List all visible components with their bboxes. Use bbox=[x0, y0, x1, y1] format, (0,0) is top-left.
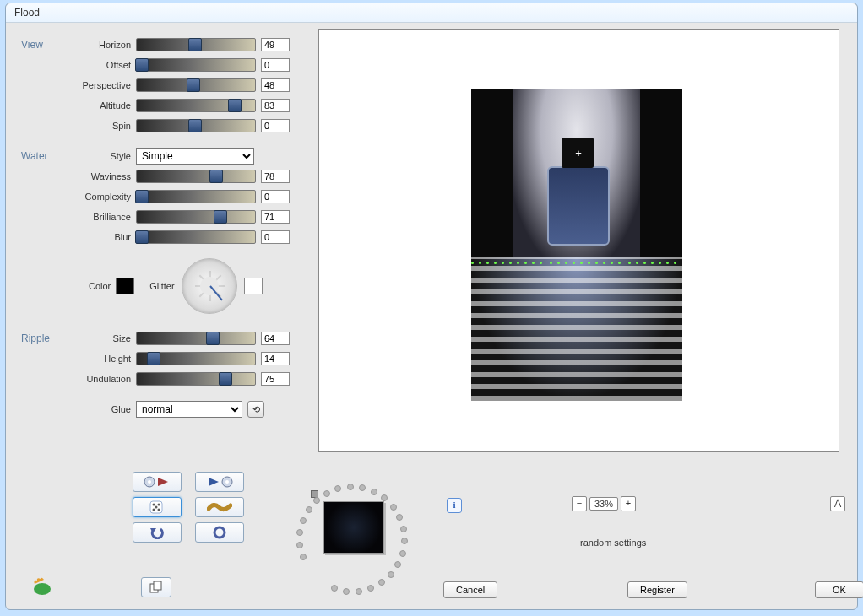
register-button[interactable]: Register bbox=[627, 581, 687, 598]
height-thumb[interactable] bbox=[147, 352, 160, 365]
preview-image: + bbox=[471, 89, 682, 401]
spin-slider[interactable] bbox=[136, 119, 256, 132]
preset-dot[interactable] bbox=[378, 579, 385, 586]
wave-preset-button[interactable] bbox=[195, 497, 244, 517]
dice-random-button[interactable] bbox=[133, 497, 182, 517]
glitter-swatch[interactable] bbox=[244, 278, 263, 294]
preset-dot[interactable] bbox=[399, 550, 406, 557]
zoom-out-button[interactable]: − bbox=[572, 496, 587, 511]
horizon-guide[interactable] bbox=[471, 256, 682, 259]
preset-dot[interactable] bbox=[388, 571, 394, 578]
preset-dot[interactable] bbox=[343, 588, 350, 595]
waviness-label: Waviness bbox=[21, 171, 136, 181]
size-value[interactable] bbox=[261, 332, 290, 345]
spin-thumb[interactable] bbox=[188, 119, 202, 132]
ok-button[interactable]: OK bbox=[815, 581, 863, 598]
complexity-thumb[interactable] bbox=[135, 190, 149, 203]
horizon-slider[interactable] bbox=[136, 38, 256, 51]
brilliance-slider[interactable] bbox=[136, 210, 256, 224]
title-bar: Flood bbox=[6, 3, 857, 23]
preset-dot[interactable] bbox=[296, 542, 303, 548]
disc-play-button[interactable] bbox=[133, 472, 182, 492]
altitude-slider[interactable] bbox=[136, 99, 256, 112]
preset-dot[interactable] bbox=[371, 489, 377, 495]
complexity-label: Complexity bbox=[21, 192, 136, 202]
offset-thumb[interactable] bbox=[135, 58, 149, 72]
offset-value[interactable] bbox=[261, 58, 290, 72]
height-slider[interactable] bbox=[136, 352, 256, 365]
preset-dot[interactable] bbox=[356, 588, 362, 595]
glue-loop-button[interactable]: ⟲ bbox=[247, 401, 264, 418]
preset-dot[interactable] bbox=[381, 494, 388, 501]
preset-dot[interactable] bbox=[394, 561, 401, 568]
preset-dot[interactable] bbox=[331, 585, 338, 592]
style-select[interactable]: Simple bbox=[136, 148, 254, 165]
offset-slider[interactable] bbox=[136, 58, 256, 72]
preset-dot[interactable] bbox=[296, 529, 303, 536]
window-title: Flood bbox=[14, 7, 40, 19]
horizon-thumb[interactable] bbox=[188, 38, 202, 51]
blur-value[interactable] bbox=[261, 230, 290, 244]
undulation-value[interactable] bbox=[261, 372, 290, 386]
svg-point-10 bbox=[153, 509, 155, 511]
spin-value[interactable] bbox=[261, 119, 290, 132]
preset-dot[interactable] bbox=[313, 497, 320, 504]
preset-dot[interactable] bbox=[390, 504, 397, 511]
zoom-value[interactable]: 33% bbox=[589, 497, 618, 511]
preset-dot[interactable] bbox=[300, 517, 307, 524]
blur-slider[interactable] bbox=[136, 230, 256, 244]
brilliance-value[interactable] bbox=[261, 210, 290, 224]
collapse-button[interactable]: ⋀ bbox=[830, 496, 845, 511]
color-label: Color bbox=[89, 281, 111, 291]
preset-dot[interactable] bbox=[300, 554, 307, 560]
glitter-dial[interactable] bbox=[182, 258, 237, 314]
svg-point-5 bbox=[225, 480, 229, 484]
perspective-thumb[interactable] bbox=[187, 78, 200, 92]
color-swatch[interactable] bbox=[116, 278, 134, 294]
height-value[interactable] bbox=[261, 352, 290, 365]
undulation-slider[interactable] bbox=[136, 372, 256, 386]
preview-panel[interactable]: + bbox=[318, 29, 839, 452]
horizon-value[interactable] bbox=[261, 38, 290, 51]
waviness-value[interactable] bbox=[261, 170, 290, 183]
perspective-value[interactable] bbox=[261, 78, 290, 92]
complexity-value[interactable] bbox=[261, 190, 290, 203]
svg-point-8 bbox=[158, 504, 160, 506]
size-slider[interactable] bbox=[136, 332, 256, 345]
waviness-slider[interactable] bbox=[136, 170, 256, 183]
preset-rotary[interactable] bbox=[293, 484, 411, 602]
svg-point-7 bbox=[153, 504, 155, 506]
waviness-thumb[interactable] bbox=[209, 170, 223, 183]
preset-dot[interactable] bbox=[359, 484, 366, 491]
view-section-label: View bbox=[21, 39, 43, 51]
svg-rect-15 bbox=[154, 581, 161, 590]
glitter-label: Glitter bbox=[149, 281, 174, 291]
preset-dot[interactable] bbox=[396, 514, 403, 521]
ripple-section: Ripple Size Height Undulation bbox=[21, 331, 300, 386]
preset-dot[interactable] bbox=[334, 485, 341, 492]
undulation-thumb[interactable] bbox=[219, 372, 232, 386]
blur-label: Blur bbox=[21, 232, 136, 242]
brilliance-thumb[interactable] bbox=[214, 210, 227, 224]
copy-button[interactable] bbox=[141, 577, 171, 597]
plugin-window: Flood View Horizon Offset bbox=[5, 3, 858, 610]
glue-select[interactable]: normal bbox=[136, 401, 242, 418]
preset-dot[interactable] bbox=[306, 506, 312, 513]
size-thumb[interactable] bbox=[206, 332, 220, 345]
crosshair-icon[interactable]: + bbox=[574, 149, 583, 158]
preset-dot[interactable] bbox=[367, 585, 374, 592]
blur-thumb[interactable] bbox=[135, 230, 149, 244]
complexity-slider[interactable] bbox=[136, 190, 256, 203]
reset-button[interactable] bbox=[195, 522, 244, 543]
cancel-button[interactable]: Cancel bbox=[443, 581, 497, 598]
glitter-row: Color Glitter bbox=[89, 257, 300, 316]
perspective-slider[interactable] bbox=[136, 78, 256, 92]
undo-button[interactable] bbox=[133, 522, 182, 543]
controls-panel: View Horizon Offset Perspective bbox=[21, 37, 300, 422]
altitude-value[interactable] bbox=[261, 99, 290, 112]
altitude-thumb[interactable] bbox=[228, 99, 242, 112]
preset-dot[interactable] bbox=[323, 490, 330, 497]
preset-dot[interactable] bbox=[347, 484, 354, 490]
play-disc-button[interactable] bbox=[195, 472, 244, 492]
zoom-in-button[interactable]: + bbox=[621, 496, 636, 511]
